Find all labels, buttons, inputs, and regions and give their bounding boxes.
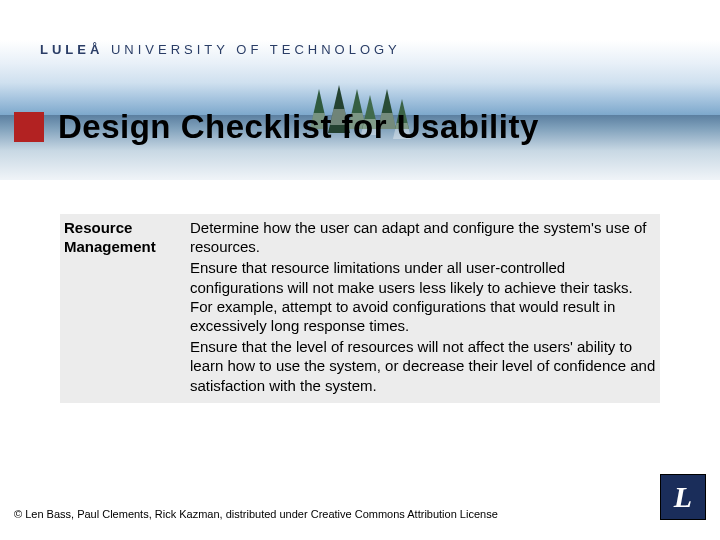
body-paragraph-3: Ensure that the level of resources will … <box>190 337 656 395</box>
header-banner: LULEÅ UNIVERSITY OF TECHNOLOGY Design Ch… <box>0 0 720 180</box>
row-body: Determine how the user can adapt and con… <box>188 214 660 403</box>
body-paragraph-1: Determine how the user can adapt and con… <box>190 218 656 256</box>
attribution-text: © Len Bass, Paul Clements, Rick Kazman, … <box>14 508 498 520</box>
title-bullet-icon <box>14 112 44 142</box>
university-name: LULEÅ UNIVERSITY OF TECHNOLOGY <box>40 42 401 57</box>
sky-gradient <box>0 0 720 115</box>
university-bold: LULEÅ <box>40 42 103 57</box>
row-heading: Resource Management <box>60 214 188 403</box>
slide-title: Design Checklist for Usability <box>58 108 539 146</box>
university-rest: UNIVERSITY OF TECHNOLOGY <box>103 42 400 57</box>
slide: LULEÅ UNIVERSITY OF TECHNOLOGY Design Ch… <box>0 0 720 540</box>
body-paragraph-2: Ensure that resource limitations under a… <box>190 258 656 335</box>
content-table: Resource Management Determine how the us… <box>60 214 660 403</box>
university-logo: L <box>660 474 706 520</box>
footer: © Len Bass, Paul Clements, Rick Kazman, … <box>14 474 706 520</box>
logo-letter: L <box>674 480 692 514</box>
title-row: Design Checklist for Usability <box>14 108 539 146</box>
